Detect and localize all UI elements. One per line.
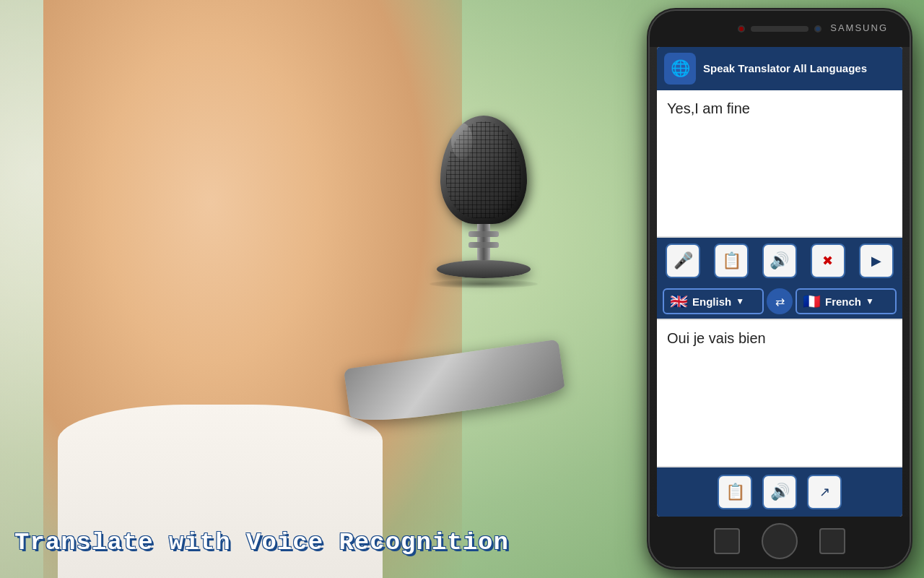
app-header: 🌐 Speak Translator All Languages <box>657 47 902 90</box>
share-output-button[interactable]: ↗ <box>807 475 842 509</box>
phone-screen: 🌐 Speak Translator All Languages Yes,I a… <box>657 47 902 517</box>
language-bar: 🇬🇧 English ▼ ⇄ 🇫🇷 French ▼ <box>657 284 902 319</box>
back-nav-button[interactable] <box>714 528 740 554</box>
mic-shine <box>451 123 473 159</box>
phone-speaker <box>751 26 808 32</box>
front-sensor <box>814 25 821 33</box>
target-flag: 🇫🇷 <box>803 293 821 310</box>
app-icon-symbol: 🌐 <box>671 59 690 78</box>
clear-button[interactable]: ✖ <box>811 243 845 278</box>
mic-neck <box>477 224 490 260</box>
microphone-button[interactable]: 🎤 <box>666 243 700 278</box>
tagline: Translate with Voice Recognition <box>14 529 509 556</box>
home-button[interactable] <box>762 523 798 559</box>
recents-nav-button[interactable] <box>819 528 845 554</box>
output-text: Oui je vais bien <box>667 330 892 347</box>
source-chevron-icon: ▼ <box>736 296 744 306</box>
swap-languages-button[interactable]: ⇄ <box>767 288 793 314</box>
speak-button[interactable]: 🔊 <box>762 243 797 278</box>
copy-output-button[interactable]: 📋 <box>718 475 752 509</box>
source-language-selector[interactable]: 🇬🇧 English ▼ <box>663 288 764 314</box>
samsung-brand: SAMSUNG <box>830 22 888 33</box>
target-language-selector[interactable]: 🇫🇷 French ▼ <box>796 288 897 314</box>
microphone-image <box>419 116 549 303</box>
front-camera <box>738 25 745 33</box>
target-language-name: French <box>825 296 861 308</box>
output-text-area[interactable]: Oui je vais bien <box>657 319 902 467</box>
action-buttons-row: 🎤 📋 🔊 ✖ ▶ <box>657 238 902 284</box>
source-flag: 🇬🇧 <box>670 293 688 310</box>
mic-base <box>437 260 531 278</box>
output-buttons-row: 📋 🔊 ↗ <box>657 467 902 517</box>
copy-button[interactable]: 📋 <box>714 243 749 278</box>
phone-device: SAMSUNG 🌐 Speak Translator All Languages… <box>650 11 910 567</box>
mic-base-shadow <box>430 280 538 288</box>
phone-bottom-bar <box>650 517 910 566</box>
source-text: Yes,I am fine <box>667 100 892 117</box>
app-title: Speak Translator All Languages <box>703 61 867 76</box>
phone-top-bar: SAMSUNG <box>650 11 910 47</box>
speak-output-button[interactable]: 🔊 <box>762 475 797 509</box>
app-icon: 🌐 <box>664 53 696 85</box>
source-text-area[interactable]: Yes,I am fine <box>657 90 902 238</box>
person-area <box>0 0 491 578</box>
source-language-name: English <box>692 296 731 308</box>
mic-head <box>440 116 527 224</box>
target-chevron-icon: ▼ <box>866 296 874 306</box>
next-button[interactable]: ▶ <box>859 243 894 278</box>
